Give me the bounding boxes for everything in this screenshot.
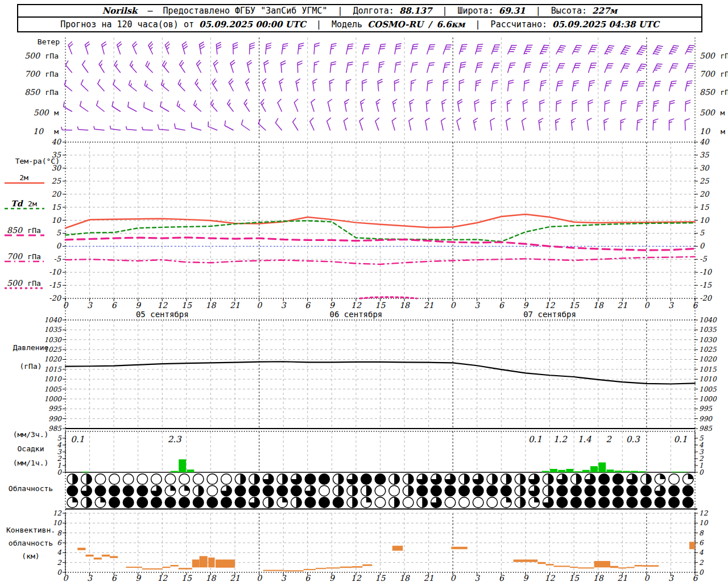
- wind-barb: [346, 62, 353, 72]
- wind-barb: [212, 79, 217, 91]
- wind-barb: [637, 64, 646, 72]
- wind-barb: [556, 100, 561, 111]
- convective-cloud-bar: [594, 561, 610, 567]
- convective-ytick-right: 6: [699, 539, 704, 547]
- cloud-cover-symbol: [389, 485, 400, 496]
- convective-ytick-left: 8: [57, 529, 62, 537]
- convective-cloud-bar: [171, 565, 179, 567]
- wind-barb: [142, 127, 153, 130]
- hour-label: 0: [257, 301, 262, 310]
- wind-barb: [260, 99, 266, 111]
- wind-barb: [294, 99, 297, 111]
- cloud-cover-symbol: [249, 485, 260, 496]
- wind-barb: [621, 81, 628, 91]
- temp-ytick-right: 0: [700, 242, 705, 250]
- wind-barb: [458, 99, 462, 111]
- convective-cloud-bar: [352, 566, 362, 568]
- wind-barb: [281, 61, 286, 73]
- cloud-cover-fill: [394, 497, 399, 508]
- cloud-cover-fill: [520, 497, 526, 508]
- wind-barb: [362, 44, 370, 54]
- cloud-cover-symbol: [557, 497, 568, 508]
- wind-barb: [293, 118, 298, 130]
- wind-barb: [130, 61, 136, 72]
- convective-cloud-bar: [316, 568, 326, 569]
- hour-label: 9: [329, 301, 335, 310]
- wind-barb: [475, 44, 483, 54]
- wind-barb: [508, 80, 514, 91]
- temp-ytick-right: 25: [700, 177, 709, 185]
- pressure-ytick-right: 1005: [699, 385, 717, 393]
- cloud-cover-symbol: [599, 474, 610, 485]
- temp-ytick-left: 15: [51, 203, 61, 211]
- convective-ytick-right: 12: [699, 509, 709, 517]
- hour-label-bottom: 18: [593, 573, 604, 582]
- wind-barb: [247, 60, 251, 72]
- wind-barb: [262, 79, 266, 91]
- wind-barb: [621, 45, 630, 54]
- wind-barb: [685, 119, 689, 130]
- cloud-cover-symbol: [487, 485, 498, 496]
- wind-barb: [637, 119, 642, 130]
- wind-barb: [117, 42, 122, 54]
- cloud-cover-symbol: [682, 485, 693, 496]
- wind-barb: [475, 80, 481, 91]
- cloud-cover-symbol: [487, 497, 498, 508]
- cloud-cover-symbol: [599, 497, 610, 508]
- cloud-cover-fill: [366, 497, 371, 502]
- precip-ytick-right: 2: [699, 455, 704, 463]
- hour-label: 21: [617, 301, 627, 310]
- cloud-cover-symbol: [585, 497, 595, 508]
- pressure-ytick-left: 995: [48, 405, 62, 413]
- pressure-ytick-left: 1020: [44, 355, 62, 363]
- cloud-cover-symbol: [235, 497, 246, 508]
- precip-bar: [82, 472, 89, 472]
- wind-barb: [191, 123, 201, 130]
- temp-ytick-right: 10: [700, 216, 710, 225]
- wind-barb: [669, 119, 674, 130]
- wind-barb: [621, 101, 626, 111]
- hour-label: 9: [523, 301, 529, 310]
- cloud-cover-symbol: [445, 497, 456, 508]
- wind-barb: [362, 62, 369, 73]
- cloud-cover-symbol: [669, 497, 680, 508]
- wind-barb: [77, 127, 88, 130]
- cloud-cover-symbol: [319, 497, 330, 508]
- hour-label-bottom: 21: [424, 573, 434, 582]
- wind-barb: [112, 102, 120, 111]
- precip-bar: [679, 472, 686, 472]
- wind-barb: [443, 63, 450, 73]
- wind-barb: [230, 60, 235, 72]
- convective-cloud-bar: [94, 558, 102, 559]
- wind-barb: [208, 122, 217, 130]
- wind-barb: [113, 80, 121, 91]
- precip-bar: [566, 469, 573, 472]
- convective-ytick-left: 6: [57, 539, 62, 547]
- wind-barb: [474, 99, 479, 111]
- wind-barb: [457, 118, 461, 130]
- cloud-cover-symbol: [375, 497, 386, 508]
- hour-label: 3: [474, 301, 480, 310]
- temp-ytick-left: 35: [51, 151, 61, 159]
- temp-ytick-right: 40: [700, 138, 710, 146]
- cloud-cover-fill: [198, 485, 204, 496]
- wind-barb: [359, 118, 363, 130]
- hour-label-bottom: 0: [63, 573, 69, 582]
- hour-label: 12: [351, 301, 362, 310]
- wind-barb: [556, 81, 563, 91]
- meteogram-plot: 40403535303025252020151510105500-5-5-10-…: [0, 0, 728, 582]
- wind-barb: [685, 45, 694, 54]
- wind-barb: [571, 118, 576, 130]
- wind-barb: [605, 45, 614, 54]
- wind-barb: [588, 100, 593, 111]
- pressure-ytick-left: 1015: [44, 365, 62, 373]
- wind-barb: [490, 118, 495, 130]
- convective-cloud-bar: [85, 555, 93, 556]
- cloud-cover-fill: [394, 474, 399, 485]
- wind-barb: [589, 63, 597, 72]
- wind-barb: [572, 100, 577, 111]
- cloud-cover-symbol: [207, 497, 218, 508]
- wind-barb: [199, 42, 204, 54]
- wind-barb: [61, 127, 72, 130]
- precip-3h-label: 0.1: [71, 434, 84, 444]
